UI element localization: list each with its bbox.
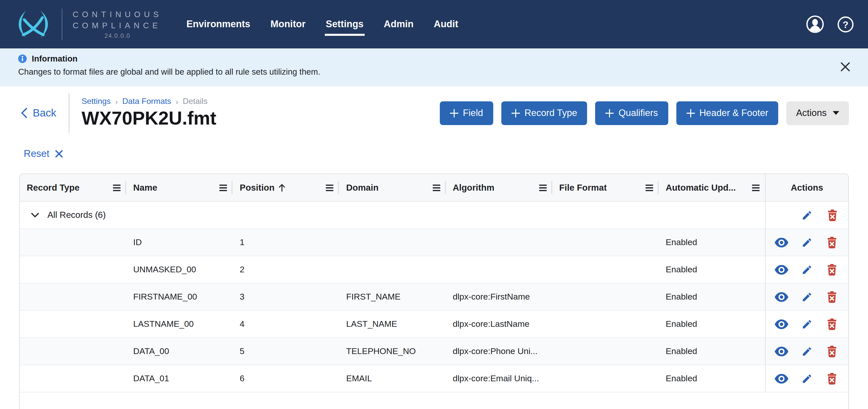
column-menu-icon[interactable] [432, 184, 440, 191]
column-header-position[interactable]: Position [233, 174, 339, 201]
edit-icon[interactable] [801, 373, 812, 384]
brand-logo-icon [15, 9, 52, 39]
main-nav: Environments Monitor Settings Admin Audi… [186, 19, 458, 30]
actions-menu-button[interactable]: Actions [786, 101, 849, 125]
column-menu-icon[interactable] [645, 184, 654, 191]
column-header-domain[interactable]: Domain [339, 174, 445, 201]
svg-text:?: ? [843, 20, 848, 30]
delete-icon[interactable] [827, 236, 837, 248]
help-icon[interactable]: ? [837, 16, 854, 33]
column-header-record-type[interactable]: Record Type [20, 174, 126, 201]
position-cell: 5 [233, 338, 339, 365]
banner-message: Changes to format files are global and w… [18, 67, 850, 77]
domain-cell: LAST_NAME [339, 311, 445, 337]
edit-icon[interactable] [801, 210, 812, 221]
title-block: Settings › Data Formats › Details WX70PK… [82, 97, 216, 129]
edit-icon[interactable] [801, 291, 812, 302]
banner-close-button[interactable] [838, 59, 853, 76]
row-actions [765, 311, 848, 337]
clear-icon [55, 150, 63, 158]
column-menu-icon[interactable] [751, 184, 760, 191]
table-row: UNMASKED_00 2 Enabled [20, 256, 848, 283]
domain-cell: EMAIL [339, 365, 445, 392]
breadcrumb-separator: › [176, 97, 178, 106]
caret-down-icon [833, 111, 839, 115]
breadcrumb-settings[interactable]: Settings [82, 97, 111, 106]
nav-item-monitor[interactable]: Monitor [271, 19, 306, 30]
automatic-update-cell: Enabled [659, 229, 765, 256]
breadcrumb-separator: › [115, 97, 118, 106]
reset-button[interactable]: Reset [24, 148, 63, 159]
table-row: ID 1 Enabled [20, 229, 848, 256]
file-format-cell [552, 256, 658, 283]
algorithm-cell [445, 256, 552, 283]
column-header-name[interactable]: Name [126, 174, 232, 201]
data-formats-table: Record Type Name Position Domain [19, 174, 849, 409]
view-icon[interactable] [775, 237, 788, 247]
algorithm-cell: dlpx-core:LastName [445, 311, 552, 337]
nav-item-admin[interactable]: Admin [384, 19, 413, 30]
page-title: WX70PK2U.fmt [82, 108, 216, 129]
automatic-update-cell: Enabled [659, 365, 765, 392]
table-empty-area [20, 392, 848, 409]
delete-icon[interactable] [827, 318, 837, 330]
domain-cell [339, 256, 445, 283]
table-row: LASTNAME_00 4 LAST_NAME dlpx-core:LastNa… [20, 311, 848, 338]
file-format-cell [552, 311, 658, 337]
column-header-automatic-update[interactable]: Automatic Upd... [659, 174, 765, 201]
row-actions [765, 365, 848, 392]
view-icon[interactable] [775, 319, 788, 329]
add-record-type-button[interactable]: Record Type [501, 101, 587, 125]
delete-icon[interactable] [827, 291, 837, 303]
edit-icon[interactable] [801, 237, 812, 248]
domain-cell: TELEPHONE_NO [339, 338, 445, 365]
action-buttons: Field Record Type Qualifiers Header & Fo… [440, 101, 849, 125]
user-icon[interactable] [806, 15, 824, 33]
column-header-algorithm[interactable]: Algorithm [445, 174, 552, 201]
algorithm-cell: dlpx-core:Phone Uni... [445, 338, 552, 365]
add-header-footer-button[interactable]: Header & Footer [676, 101, 778, 125]
brand: CONTINUOUS COMPLIANCE 24.0.0.0 [0, 8, 162, 40]
breadcrumb-data-formats[interactable]: Data Formats [122, 97, 171, 106]
edit-icon[interactable] [801, 264, 812, 275]
view-icon[interactable] [775, 373, 788, 383]
column-header-file-format[interactable]: File Format [552, 174, 658, 201]
delete-icon[interactable] [827, 345, 837, 357]
file-format-cell [552, 229, 658, 256]
chevron-down-icon[interactable] [31, 212, 39, 218]
edit-icon[interactable] [801, 318, 812, 329]
record-type-cell [20, 256, 126, 283]
position-cell: 3 [233, 283, 339, 310]
column-menu-icon[interactable] [538, 184, 547, 191]
title-row: Back Settings › Data Formats › Details W… [0, 93, 868, 133]
record-type-cell [20, 229, 126, 256]
brand-divider [62, 8, 63, 40]
row-actions [765, 256, 848, 283]
delete-icon[interactable] [827, 209, 837, 221]
view-icon[interactable] [775, 264, 788, 275]
column-menu-icon[interactable] [326, 184, 334, 191]
nav-item-environments[interactable]: Environments [186, 19, 250, 30]
column-menu-icon[interactable] [113, 184, 121, 191]
app-root: CONTINUOUS COMPLIANCE 24.0.0.0 Environme… [0, 0, 868, 409]
group-row-all-records: All Records (6) [20, 202, 848, 229]
view-icon[interactable] [775, 346, 788, 356]
column-header-actions: Actions [765, 174, 848, 201]
add-qualifiers-button[interactable]: Qualifiers [595, 101, 668, 125]
delete-icon[interactable] [827, 372, 837, 384]
brand-text: CONTINUOUS COMPLIANCE 24.0.0.0 [73, 9, 162, 39]
table-row: DATA_01 6 EMAIL dlpx-core:Email Uniq... … [20, 365, 848, 392]
back-link[interactable]: Back [21, 107, 56, 119]
edit-icon[interactable] [801, 346, 812, 357]
add-field-button[interactable]: Field [440, 101, 493, 125]
name-cell: LASTNAME_00 [126, 311, 232, 337]
delete-icon[interactable] [827, 263, 837, 276]
position-cell: 1 [233, 229, 339, 256]
chevron-left-icon [21, 108, 27, 118]
nav-item-settings[interactable]: Settings [326, 19, 364, 30]
name-cell: FIRSTNAME_00 [126, 283, 232, 310]
breadcrumb-details: Details [183, 97, 208, 106]
view-icon[interactable] [775, 292, 788, 302]
column-menu-icon[interactable] [219, 184, 228, 191]
nav-item-audit[interactable]: Audit [434, 19, 458, 30]
